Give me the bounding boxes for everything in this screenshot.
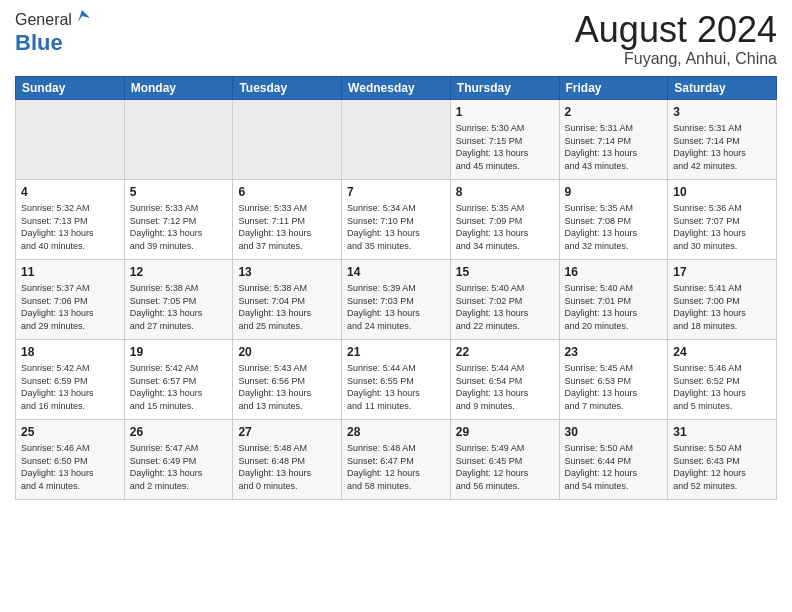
calendar-header-thursday: Thursday (450, 76, 559, 99)
day-number: 8 (456, 184, 554, 200)
logo-general-text: General (15, 11, 72, 29)
calendar-cell: 16Sunrise: 5:40 AM Sunset: 7:01 PM Dayli… (559, 259, 668, 339)
day-number: 11 (21, 264, 119, 280)
day-info: Sunrise: 5:50 AM Sunset: 6:44 PM Dayligh… (565, 443, 638, 491)
calendar-cell: 23Sunrise: 5:45 AM Sunset: 6:53 PM Dayli… (559, 339, 668, 419)
calendar-cell: 7Sunrise: 5:34 AM Sunset: 7:10 PM Daylig… (342, 179, 451, 259)
calendar-week-row: 18Sunrise: 5:42 AM Sunset: 6:59 PM Dayli… (16, 339, 777, 419)
day-number: 19 (130, 344, 228, 360)
calendar-cell: 20Sunrise: 5:43 AM Sunset: 6:56 PM Dayli… (233, 339, 342, 419)
calendar-cell: 29Sunrise: 5:49 AM Sunset: 6:45 PM Dayli… (450, 419, 559, 499)
calendar-cell (124, 99, 233, 179)
calendar-cell (233, 99, 342, 179)
day-number: 29 (456, 424, 554, 440)
day-number: 17 (673, 264, 771, 280)
logo-bird-icon (74, 8, 90, 24)
calendar-header-monday: Monday (124, 76, 233, 99)
day-number: 31 (673, 424, 771, 440)
page: General Blue August 2024 Fuyang, Anhui, … (0, 0, 792, 612)
logo: General Blue (15, 10, 90, 56)
day-number: 4 (21, 184, 119, 200)
title-block: August 2024 Fuyang, Anhui, China (575, 10, 777, 68)
calendar-cell: 3Sunrise: 5:31 AM Sunset: 7:14 PM Daylig… (668, 99, 777, 179)
calendar-header-friday: Friday (559, 76, 668, 99)
day-number: 2 (565, 104, 663, 120)
calendar-cell (16, 99, 125, 179)
calendar-cell: 11Sunrise: 5:37 AM Sunset: 7:06 PM Dayli… (16, 259, 125, 339)
logo-blue-text: Blue (15, 30, 63, 55)
day-number: 6 (238, 184, 336, 200)
day-info: Sunrise: 5:40 AM Sunset: 7:01 PM Dayligh… (565, 283, 638, 331)
day-number: 7 (347, 184, 445, 200)
day-number: 1 (456, 104, 554, 120)
day-info: Sunrise: 5:49 AM Sunset: 6:45 PM Dayligh… (456, 443, 529, 491)
calendar-cell: 6Sunrise: 5:33 AM Sunset: 7:11 PM Daylig… (233, 179, 342, 259)
day-info: Sunrise: 5:30 AM Sunset: 7:15 PM Dayligh… (456, 123, 529, 171)
day-number: 30 (565, 424, 663, 440)
day-number: 10 (673, 184, 771, 200)
day-number: 13 (238, 264, 336, 280)
day-number: 18 (21, 344, 119, 360)
day-info: Sunrise: 5:39 AM Sunset: 7:03 PM Dayligh… (347, 283, 420, 331)
calendar-cell: 9Sunrise: 5:35 AM Sunset: 7:08 PM Daylig… (559, 179, 668, 259)
calendar-cell: 2Sunrise: 5:31 AM Sunset: 7:14 PM Daylig… (559, 99, 668, 179)
day-info: Sunrise: 5:36 AM Sunset: 7:07 PM Dayligh… (673, 203, 746, 251)
day-number: 23 (565, 344, 663, 360)
calendar-table: SundayMondayTuesdayWednesdayThursdayFrid… (15, 76, 777, 500)
calendar-cell: 31Sunrise: 5:50 AM Sunset: 6:43 PM Dayli… (668, 419, 777, 499)
calendar-cell: 22Sunrise: 5:44 AM Sunset: 6:54 PM Dayli… (450, 339, 559, 419)
day-number: 20 (238, 344, 336, 360)
calendar-cell: 8Sunrise: 5:35 AM Sunset: 7:09 PM Daylig… (450, 179, 559, 259)
day-number: 12 (130, 264, 228, 280)
day-info: Sunrise: 5:34 AM Sunset: 7:10 PM Dayligh… (347, 203, 420, 251)
calendar-cell: 5Sunrise: 5:33 AM Sunset: 7:12 PM Daylig… (124, 179, 233, 259)
day-number: 14 (347, 264, 445, 280)
sub-title: Fuyang, Anhui, China (575, 50, 777, 68)
calendar-cell: 18Sunrise: 5:42 AM Sunset: 6:59 PM Dayli… (16, 339, 125, 419)
day-info: Sunrise: 5:35 AM Sunset: 7:09 PM Dayligh… (456, 203, 529, 251)
day-info: Sunrise: 5:38 AM Sunset: 7:05 PM Dayligh… (130, 283, 203, 331)
day-number: 27 (238, 424, 336, 440)
day-info: Sunrise: 5:48 AM Sunset: 6:47 PM Dayligh… (347, 443, 420, 491)
day-number: 9 (565, 184, 663, 200)
day-info: Sunrise: 5:33 AM Sunset: 7:11 PM Dayligh… (238, 203, 311, 251)
calendar-cell: 14Sunrise: 5:39 AM Sunset: 7:03 PM Dayli… (342, 259, 451, 339)
calendar-cell: 21Sunrise: 5:44 AM Sunset: 6:55 PM Dayli… (342, 339, 451, 419)
calendar-cell: 26Sunrise: 5:47 AM Sunset: 6:49 PM Dayli… (124, 419, 233, 499)
day-number: 3 (673, 104, 771, 120)
day-number: 25 (21, 424, 119, 440)
day-info: Sunrise: 5:43 AM Sunset: 6:56 PM Dayligh… (238, 363, 311, 411)
day-info: Sunrise: 5:46 AM Sunset: 6:50 PM Dayligh… (21, 443, 94, 491)
header: General Blue August 2024 Fuyang, Anhui, … (15, 10, 777, 68)
calendar-header-wednesday: Wednesday (342, 76, 451, 99)
day-info: Sunrise: 5:40 AM Sunset: 7:02 PM Dayligh… (456, 283, 529, 331)
day-info: Sunrise: 5:50 AM Sunset: 6:43 PM Dayligh… (673, 443, 746, 491)
calendar-cell: 4Sunrise: 5:32 AM Sunset: 7:13 PM Daylig… (16, 179, 125, 259)
day-info: Sunrise: 5:45 AM Sunset: 6:53 PM Dayligh… (565, 363, 638, 411)
calendar-header-tuesday: Tuesday (233, 76, 342, 99)
day-info: Sunrise: 5:35 AM Sunset: 7:08 PM Dayligh… (565, 203, 638, 251)
calendar-cell: 17Sunrise: 5:41 AM Sunset: 7:00 PM Dayli… (668, 259, 777, 339)
calendar-header-saturday: Saturday (668, 76, 777, 99)
day-info: Sunrise: 5:44 AM Sunset: 6:54 PM Dayligh… (456, 363, 529, 411)
day-number: 15 (456, 264, 554, 280)
day-info: Sunrise: 5:31 AM Sunset: 7:14 PM Dayligh… (673, 123, 746, 171)
day-number: 24 (673, 344, 771, 360)
calendar-cell: 19Sunrise: 5:42 AM Sunset: 6:57 PM Dayli… (124, 339, 233, 419)
day-number: 5 (130, 184, 228, 200)
day-info: Sunrise: 5:42 AM Sunset: 6:57 PM Dayligh… (130, 363, 203, 411)
day-info: Sunrise: 5:32 AM Sunset: 7:13 PM Dayligh… (21, 203, 94, 251)
calendar-cell: 28Sunrise: 5:48 AM Sunset: 6:47 PM Dayli… (342, 419, 451, 499)
day-info: Sunrise: 5:48 AM Sunset: 6:48 PM Dayligh… (238, 443, 311, 491)
day-info: Sunrise: 5:42 AM Sunset: 6:59 PM Dayligh… (21, 363, 94, 411)
calendar-cell: 12Sunrise: 5:38 AM Sunset: 7:05 PM Dayli… (124, 259, 233, 339)
calendar-week-row: 1Sunrise: 5:30 AM Sunset: 7:15 PM Daylig… (16, 99, 777, 179)
calendar-cell: 1Sunrise: 5:30 AM Sunset: 7:15 PM Daylig… (450, 99, 559, 179)
calendar-header-row: SundayMondayTuesdayWednesdayThursdayFrid… (16, 76, 777, 99)
calendar-week-row: 4Sunrise: 5:32 AM Sunset: 7:13 PM Daylig… (16, 179, 777, 259)
calendar-cell: 24Sunrise: 5:46 AM Sunset: 6:52 PM Dayli… (668, 339, 777, 419)
day-info: Sunrise: 5:41 AM Sunset: 7:00 PM Dayligh… (673, 283, 746, 331)
day-info: Sunrise: 5:37 AM Sunset: 7:06 PM Dayligh… (21, 283, 94, 331)
calendar-week-row: 11Sunrise: 5:37 AM Sunset: 7:06 PM Dayli… (16, 259, 777, 339)
main-title: August 2024 (575, 10, 777, 50)
